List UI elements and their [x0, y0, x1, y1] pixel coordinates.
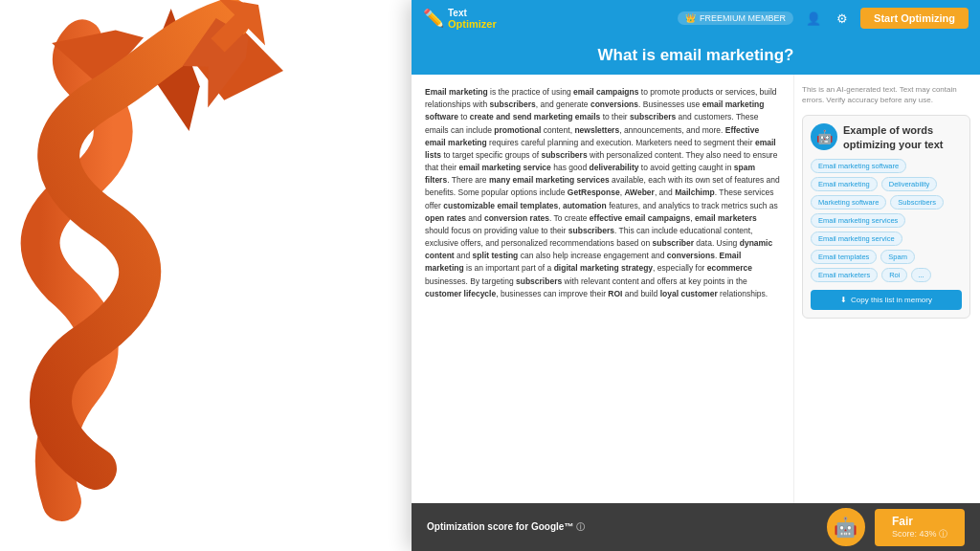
page-title-bar: What is email marketing? [412, 36, 980, 75]
tag-email-marketing-services[interactable]: Email marketing services [811, 213, 905, 228]
robot-avatar: 🤖 [827, 508, 865, 546]
logo-line2: Optimizer [448, 18, 497, 30]
navbar: ✏️ Text Optimizer 👑 FREEMIUM MEMBER 👤 ⚙ … [412, 0, 980, 36]
tag-deliverability[interactable]: Deliverability [881, 177, 938, 191]
right-sidebar: This is an AI-generated text. Text may c… [793, 75, 980, 503]
article-text: Email marketing is the practice of using… [412, 75, 793, 503]
premium-badge: 👑 FREEMIUM MEMBER [678, 11, 793, 25]
logo-line1: Text [448, 8, 497, 18]
score-value: Score: 43% ⓘ [892, 528, 947, 540]
example-title: Example of words optimizing your text [843, 123, 962, 151]
decoration-area [0, 0, 412, 551]
tag-email-marketing-service[interactable]: Email marketing service [811, 231, 902, 246]
tag-spam[interactable]: Spam [880, 250, 915, 264]
ai-notice: This is an AI-generated text. Text may c… [802, 84, 970, 105]
tag-more[interactable]: ... [911, 268, 930, 282]
tag-email-marketing-software[interactable]: Email marketing software [811, 159, 906, 173]
example-box: 🤖 Example of words optimizing your text … [802, 115, 970, 319]
content-area: Email marketing is the practice of using… [412, 75, 980, 503]
tag-email-marketing[interactable]: Email marketing [811, 177, 878, 191]
start-optimizing-button[interactable]: Start Optimizing [860, 8, 969, 29]
settings-icon[interactable]: ⚙ [836, 11, 848, 26]
copy-icon: ⬇ [840, 296, 847, 304]
user-icon[interactable]: 👤 [806, 11, 821, 26]
tag-subscribers[interactable]: Subscribers [890, 195, 944, 209]
logo-icon: ✏️ [423, 8, 444, 29]
google-brand: Google™ [531, 521, 573, 532]
browser-window: ✏️ Text Optimizer 👑 FREEMIUM MEMBER 👤 ⚙ … [412, 0, 980, 551]
tag-roi[interactable]: Roi [881, 268, 907, 282]
score-label: Fair [892, 515, 913, 528]
tag-email-marketers[interactable]: Email marketers [811, 268, 878, 282]
copy-list-button[interactable]: ⬇ Copy this list in memory [811, 290, 962, 310]
bottom-bar: Optimization score for Google™ ⓘ 🤖 Fair … [412, 503, 980, 551]
logo: ✏️ Text Optimizer [423, 8, 497, 30]
score-badge: Fair Score: 43% ⓘ [875, 509, 965, 546]
optimization-label: Optimization score for Google™ ⓘ [427, 521, 585, 534]
tag-marketing-software[interactable]: Marketing software [811, 195, 886, 209]
score-info-icon: ⓘ [939, 529, 947, 539]
tag-email-templates[interactable]: Email templates [811, 250, 877, 264]
logo-text: Text Optimizer [448, 8, 497, 30]
tags-area: Email marketing software Email marketing… [811, 159, 962, 282]
robot-icon: 🤖 [811, 123, 837, 150]
example-box-header: 🤖 Example of words optimizing your text [811, 123, 962, 151]
page-title: What is email marketing? [431, 46, 961, 65]
info-icon: ⓘ [576, 522, 585, 532]
